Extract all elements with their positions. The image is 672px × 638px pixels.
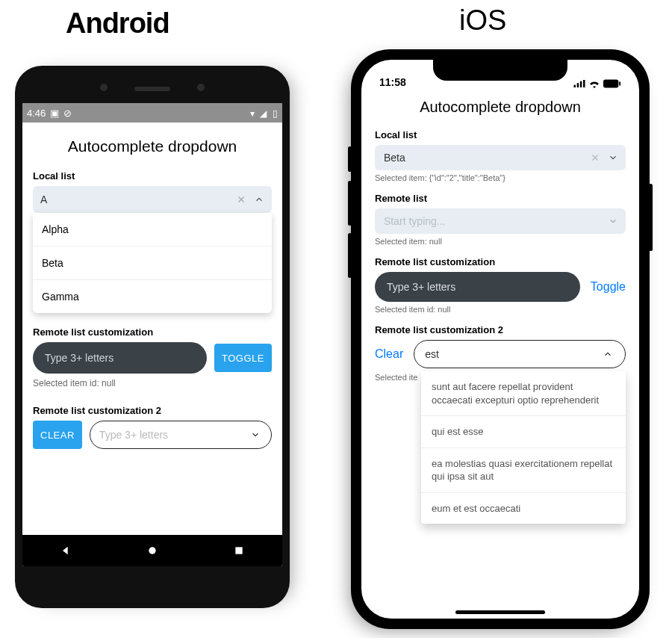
remote-custom-placeholder: Type 3+ letters xyxy=(387,281,455,293)
remote-custom2-value: est xyxy=(425,348,439,360)
android-status-bar: 4:46 ▣ ⊘ ▾ ◢ ▯ xyxy=(22,103,282,123)
section-label-remote-custom: Remote list customization xyxy=(375,256,626,267)
clear-button[interactable]: Clear xyxy=(375,347,403,361)
dropdown-option[interactable]: eum et est occaecati xyxy=(421,493,626,524)
svg-rect-4 xyxy=(580,81,582,87)
remote-custom-input[interactable]: Type 3+ letters xyxy=(33,342,207,374)
device-sensor xyxy=(100,84,108,91)
chevron-down-icon[interactable] xyxy=(606,151,620,164)
remote-custom2-placeholder: Type 3+ letters xyxy=(99,429,168,441)
status-time: 11:58 xyxy=(379,76,406,88)
remote-custom2-input[interactable]: est xyxy=(414,340,626,368)
dropdown-option[interactable]: sunt aut facere repellat provident occae… xyxy=(421,371,626,416)
dropdown-option[interactable]: Gamma xyxy=(33,280,272,313)
remote-custom2-dropdown: sunt aut facere repellat provident occae… xyxy=(421,371,626,524)
local-list-input[interactable]: A xyxy=(33,186,272,213)
section-label-local-list: Local list xyxy=(33,170,272,182)
chevron-down-icon[interactable] xyxy=(606,214,620,228)
toggle-button[interactable]: TOGGLE xyxy=(214,344,272,372)
nav-home-icon[interactable] xyxy=(146,545,158,557)
signal-icon xyxy=(573,80,585,87)
signal-icon: ◢ xyxy=(260,108,267,119)
section-label-local-list: Local list xyxy=(375,129,626,140)
dropdown-option[interactable]: qui est esse xyxy=(421,416,626,448)
svg-rect-7 xyxy=(619,81,620,86)
svg-point-0 xyxy=(149,547,155,554)
local-list-status: Selected item: {"id":"2","title":"Beta"} xyxy=(375,173,626,182)
chevron-down-icon[interactable] xyxy=(249,428,262,442)
dropdown-option[interactable]: Alpha xyxy=(33,213,272,247)
app-title: Autocomplete dropdown xyxy=(375,99,626,116)
notification-icon: ⊘ xyxy=(63,108,72,119)
chevron-up-icon[interactable] xyxy=(601,347,615,361)
device-button xyxy=(649,184,653,251)
android-nav-bar xyxy=(22,535,282,566)
app-title: Autocomplete dropdown xyxy=(33,137,272,155)
remote-custom2-input[interactable]: Type 3+ letters xyxy=(90,421,272,449)
ios-device-frame: 11:58 Autocomplete dropdown Local li xyxy=(351,49,650,629)
device-notch xyxy=(433,60,567,81)
ios-heading: iOS xyxy=(459,4,506,37)
status-time: 4:46 xyxy=(27,108,46,119)
remote-custom-status: Selected item id: null xyxy=(33,378,272,388)
clear-button[interactable]: CLEAR xyxy=(33,421,82,449)
local-list-dropdown: Alpha Beta Gamma xyxy=(33,213,272,313)
section-label-remote-custom2: Remote list customization 2 xyxy=(33,405,272,416)
chevron-up-icon[interactable] xyxy=(252,193,266,206)
toggle-button[interactable]: Toggle xyxy=(591,280,626,294)
notification-icon: ▣ xyxy=(50,108,59,119)
local-list-input[interactable]: Beta xyxy=(375,145,626,170)
svg-rect-6 xyxy=(603,79,618,87)
android-device-frame: 4:46 ▣ ⊘ ▾ ◢ ▯ Autocomplete dropdown Loc… xyxy=(15,66,290,608)
nav-back-icon[interactable] xyxy=(60,545,72,557)
remote-list-status: Selected item: null xyxy=(375,237,626,246)
svg-rect-5 xyxy=(583,80,585,87)
home-indicator[interactable] xyxy=(455,610,545,614)
device-button xyxy=(348,233,352,278)
wifi-icon xyxy=(588,79,600,88)
device-button xyxy=(348,181,352,226)
section-label-remote-custom2: Remote list customization 2 xyxy=(375,324,626,335)
remote-list-input[interactable]: Start typing... xyxy=(375,208,626,234)
local-list-input-value: A xyxy=(40,193,47,205)
battery-icon: ▯ xyxy=(273,108,278,119)
svg-rect-3 xyxy=(577,83,579,87)
device-button xyxy=(348,146,352,172)
clear-icon[interactable] xyxy=(588,151,602,164)
section-label-remote-custom: Remote list customization xyxy=(33,326,272,338)
remote-list-placeholder: Start typing... xyxy=(384,215,445,227)
ios-screen: 11:58 Autocomplete dropdown Local li xyxy=(361,60,639,619)
android-screen: 4:46 ▣ ⊘ ▾ ◢ ▯ Autocomplete dropdown Loc… xyxy=(22,103,282,566)
remote-custom-status: Selected item id: null xyxy=(375,305,626,314)
svg-rect-1 xyxy=(235,547,242,554)
android-heading: Android xyxy=(66,7,169,40)
device-camera xyxy=(197,84,205,91)
dropdown-option[interactable]: Beta xyxy=(33,247,272,280)
remote-custom-placeholder: Type 3+ letters xyxy=(45,352,113,364)
nav-recent-icon[interactable] xyxy=(233,545,245,557)
section-label-remote-list: Remote list xyxy=(375,193,626,204)
battery-icon xyxy=(603,79,621,88)
device-speaker xyxy=(134,87,170,91)
remote-custom-input[interactable]: Type 3+ letters xyxy=(375,272,580,302)
wifi-icon: ▾ xyxy=(250,108,255,119)
local-list-value: Beta xyxy=(384,152,405,164)
dropdown-option[interactable]: ea molestias quasi exercitationem repell… xyxy=(421,448,626,493)
svg-rect-2 xyxy=(574,85,576,87)
clear-icon[interactable] xyxy=(234,193,248,206)
